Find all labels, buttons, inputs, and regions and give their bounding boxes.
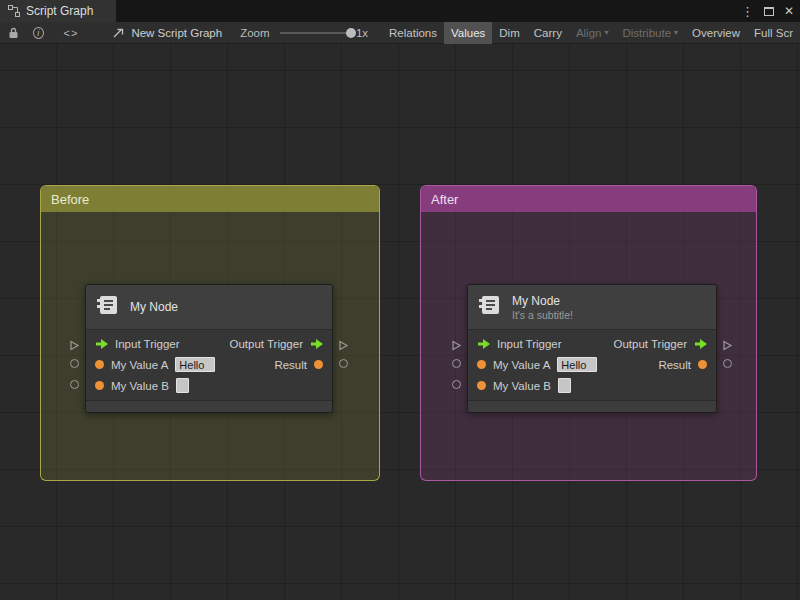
- fullscreen-button[interactable]: Full Scr: [747, 22, 800, 44]
- output-trigger-label: Output Trigger: [229, 338, 303, 350]
- graph-breadcrumb-icon: [112, 27, 125, 39]
- relations-button[interactable]: Relations: [382, 22, 444, 44]
- result-label: Result: [274, 359, 307, 371]
- maximize-icon[interactable]: [764, 7, 774, 16]
- unity-visual-scripting-window: Script Graph ⋮ ✕ i <> New Script Graph Z…: [0, 0, 800, 600]
- result-label: Result: [658, 359, 691, 371]
- tab-title: Script Graph: [26, 4, 93, 18]
- zoom-label: Zoom: [240, 27, 269, 39]
- group-after-label: After: [431, 192, 458, 207]
- input-trigger-label: Input Trigger: [115, 338, 180, 350]
- group-before-label: Before: [51, 192, 89, 207]
- value-b-label: My Value B: [111, 380, 169, 392]
- group-before-header[interactable]: Before: [41, 186, 379, 212]
- distribute-button[interactable]: Distribute ▾: [615, 22, 685, 44]
- node-my-node-after[interactable]: My Node It's a subtitle! Input Trigger O…: [467, 284, 717, 413]
- output-trigger-label: Output Trigger: [613, 338, 687, 350]
- toolbar-button-group: Relations Values Dim Carry Align ▾ Distr…: [382, 22, 800, 44]
- graph-title[interactable]: New Script Graph: [131, 27, 222, 39]
- zoom-slider-track: [280, 32, 348, 34]
- zoom-slider[interactable]: [280, 27, 348, 39]
- node-title: My Node: [512, 294, 573, 308]
- result-port-icon[interactable]: [314, 360, 323, 369]
- value-a-label: My Value A: [111, 359, 168, 371]
- chevron-down-icon: ▾: [604, 28, 608, 37]
- value-a-input[interactable]: [175, 357, 215, 372]
- value-a-port-icon[interactable]: [95, 360, 104, 369]
- overview-button[interactable]: Overview: [685, 22, 747, 44]
- external-value-b-connector[interactable]: [70, 380, 79, 389]
- code-preview-icon[interactable]: <>: [64, 27, 79, 39]
- value-b-input[interactable]: [558, 378, 571, 393]
- value-b-label: My Value B: [493, 380, 551, 392]
- unit-icon: [478, 293, 502, 321]
- align-label: Align: [576, 27, 602, 39]
- carry-button[interactable]: Carry: [527, 22, 569, 44]
- external-trigger-out-connector[interactable]: [338, 337, 349, 355]
- value-a-label: My Value A: [493, 359, 550, 371]
- node-header[interactable]: My Node: [86, 285, 332, 330]
- info-icon[interactable]: i: [33, 27, 44, 39]
- value-a-input[interactable]: [557, 357, 597, 372]
- node-footer: [468, 400, 716, 412]
- zoom-slider-knob[interactable]: [346, 28, 356, 38]
- group-after-header[interactable]: After: [421, 186, 756, 212]
- node-title: My Node: [130, 300, 178, 314]
- script-graph-icon: [8, 5, 20, 17]
- node-header[interactable]: My Node It's a subtitle!: [468, 285, 716, 330]
- external-result-connector[interactable]: [723, 359, 732, 368]
- unit-icon: [96, 293, 120, 321]
- dim-button[interactable]: Dim: [492, 22, 526, 44]
- graph-toolbar: i <> New Script Graph Zoom 1x Relations …: [0, 22, 800, 44]
- external-value-a-connector[interactable]: [70, 359, 79, 368]
- external-trigger-out-connector[interactable]: [722, 337, 733, 355]
- value-b-port-icon[interactable]: [477, 381, 486, 390]
- distribute-label: Distribute: [622, 27, 671, 39]
- node-subtitle: It's a subtitle!: [512, 309, 573, 321]
- output-trigger-port-icon[interactable]: [694, 339, 707, 349]
- external-trigger-in-connector[interactable]: [69, 337, 80, 355]
- result-port-icon[interactable]: [698, 360, 707, 369]
- graph-canvas[interactable]: Before After: [0, 44, 800, 600]
- value-b-input[interactable]: [176, 378, 189, 393]
- input-trigger-label: Input Trigger: [497, 338, 562, 350]
- output-trigger-port-icon[interactable]: [310, 339, 323, 349]
- values-button[interactable]: Values: [444, 22, 492, 44]
- close-icon[interactable]: ✕: [784, 5, 794, 17]
- value-b-port-icon[interactable]: [95, 381, 104, 390]
- external-value-b-connector[interactable]: [452, 380, 461, 389]
- external-result-connector[interactable]: [339, 359, 348, 368]
- input-trigger-port-icon[interactable]: [95, 339, 108, 349]
- input-trigger-port-icon[interactable]: [477, 339, 490, 349]
- node-my-node-before[interactable]: My Node Input Trigger Output Trigger: [85, 284, 333, 413]
- external-trigger-in-connector[interactable]: [451, 337, 462, 355]
- tab-script-graph[interactable]: Script Graph: [0, 0, 116, 22]
- zoom-value: 1x: [356, 27, 368, 39]
- align-button[interactable]: Align ▾: [569, 22, 616, 44]
- external-value-a-connector[interactable]: [452, 359, 461, 368]
- lock-icon[interactable]: [8, 27, 19, 39]
- node-footer: [86, 400, 332, 412]
- value-a-port-icon[interactable]: [477, 360, 486, 369]
- chevron-down-icon: ▾: [674, 28, 678, 37]
- title-bar: Script Graph ⋮ ✕: [0, 0, 800, 22]
- window-menu-icon[interactable]: ⋮: [741, 5, 754, 18]
